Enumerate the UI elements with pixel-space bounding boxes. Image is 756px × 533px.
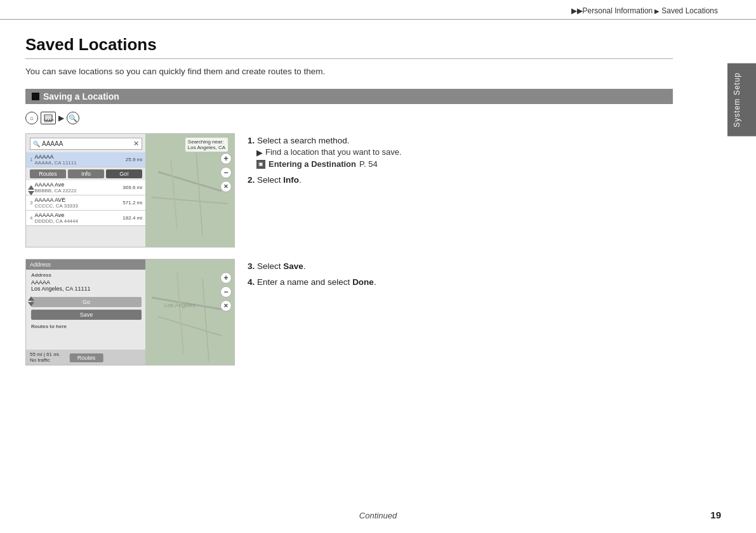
ss1-list-item-active: 1 AAAAAAAAAA, CA 11111 25.9 mi [26, 152, 146, 168]
step-1-sub: ▶ Find a location that you want to save. [256, 147, 673, 157]
ss2-name-value: AAAAA Los Angeles, CA 11111 [26, 279, 147, 294]
ss1-clear-icon: ✕ [133, 140, 139, 148]
ss1-zoom-out-btn[interactable]: − [220, 167, 232, 178]
map-icon: MAP [41, 112, 56, 124]
ss2-scroll-indicator [28, 296, 34, 306]
content-row-2: Address Address AAAAA Los Angeles, CA 11… [25, 259, 673, 365]
home-icon: ⌂ [25, 112, 38, 124]
ss1-left-panel: 🔍 AAAAA ✕ 1 AAAAAAAAAA, CA 11111 25.9 mi… [26, 134, 147, 247]
ss1-list-item-3: 3 AAAAA AVECCCCC, CA 33333 571.2 mi [26, 195, 146, 211]
ss2-left-panel: Address Address AAAAA Los Angeles, CA 11… [26, 260, 147, 365]
section-square-icon [32, 93, 39, 100]
screenshot-2-col: Address Address AAAAA Los Angeles, CA 11… [25, 259, 235, 365]
book-icon: ▣ [256, 160, 265, 169]
ss1-go-btn[interactable]: Go! [106, 169, 142, 178]
ss2-section-address: Address [26, 270, 147, 279]
map-label: MAP [44, 119, 54, 123]
ss2-go-btn[interactable]: Go [31, 297, 142, 307]
ss2-section-routes: Routes to here [26, 321, 147, 331]
ss1-info-btn[interactable]: Info [68, 169, 104, 178]
step-4: 4. Enter a name and select Done. [248, 277, 673, 287]
steps-list-1: 1. Select a search method. ▶ Find a loca… [248, 136, 673, 185]
section-header: Saving a Location [25, 89, 673, 104]
ss1-map-panel: Searching near: Los Angeles, CA + − ✕ [145, 134, 234, 247]
step-3: 3. Select Save. [248, 261, 673, 271]
ss1-scroll-indicator [28, 185, 34, 195]
ss2-map-controls: + − ✕ [220, 272, 232, 312]
svg-text:Los Angeles: Los Angeles [164, 302, 196, 308]
ss1-compass-btn[interactable]: ✕ [220, 181, 232, 192]
instructions-col-1: 1. Select a search method. ▶ Find a loca… [248, 133, 673, 190]
svg-line-9 [177, 272, 183, 355]
content-row-1: 🔍 AAAAA ✕ 1 AAAAAAAAAA, CA 11111 25.9 mi… [25, 133, 673, 247]
breadcrumb: ▶▶ Personal Information ▶ Saved Location… [0, 0, 756, 20]
screenshot-2: Address Address AAAAA Los Angeles, CA 11… [25, 259, 235, 365]
step-1: 1. Select a search method. ▶ Find a loca… [248, 136, 673, 169]
ss1-routes-btn[interactable]: Routes [30, 169, 66, 178]
step-1-ref: ▣ Entering a Destination P. 54 [256, 159, 673, 169]
sidebar-label: System Setup [727, 63, 756, 136]
ss2-header: Address [26, 260, 147, 270]
svg-line-5 [171, 159, 177, 229]
breadcrumb-part1: Personal Information [583, 6, 653, 15]
svg-line-4 [152, 197, 228, 204]
ss2-zoom-out-btn[interactable]: − [220, 286, 232, 298]
breadcrumb-arrow2: ▶ [654, 8, 660, 15]
svg-line-3 [158, 172, 222, 191]
ss1-search-text: AAAAA [42, 140, 131, 147]
svg-line-8 [158, 317, 222, 336]
svg-line-6 [196, 153, 202, 235]
svg-line-10 [202, 279, 209, 361]
ss2-compass-btn[interactable]: ✕ [220, 300, 232, 312]
breadcrumb-part2: Saved Locations [661, 6, 718, 15]
ss1-search-bar: 🔍 AAAAA ✕ [30, 138, 142, 150]
ss1-zoom-in-btn[interactable]: + [220, 153, 232, 164]
footer-continued: Continued [359, 511, 397, 520]
ss1-list-item-4: 4 AAAAA AveDDDDD, CA 44444 182.4 mi [26, 211, 146, 226]
ss2-footer: 55 mi | 61 mi. No traffic Routes [26, 350, 147, 365]
ss2-save-btn[interactable]: Save [31, 310, 142, 320]
screenshot-1: 🔍 AAAAA ✕ 1 AAAAAAAAAA, CA 11111 25.9 mi… [25, 133, 235, 247]
instructions-col-2: 3. Select Save. 4. Enter a name and sele… [248, 259, 673, 292]
nav-arrow1: ▶ [58, 114, 64, 122]
page-number: 19 [710, 510, 721, 520]
step-2: 2. Select Info. [248, 175, 673, 185]
screenshot-1-col: 🔍 AAAAA ✕ 1 AAAAAAAAAA, CA 11111 25.9 mi… [25, 133, 235, 247]
main-content: Saved Locations You can save locations s… [0, 20, 724, 392]
section-title: Saving a Location [43, 91, 119, 102]
page-footer: Continued [0, 511, 756, 520]
search-icon: 🔍 [67, 112, 79, 124]
page-title: Saved Locations [25, 35, 673, 55]
breadcrumb-arrows: ▶▶ [571, 6, 583, 15]
ss2-map-panel: Los Angeles + − ✕ [145, 260, 234, 365]
ss2-routes-btn[interactable]: Routes [70, 353, 103, 362]
ss1-map-controls: + − ✕ [220, 153, 232, 192]
page-intro: You can save locations so you can quickl… [25, 67, 673, 76]
ss2-zoom-in-btn[interactable]: + [220, 272, 232, 284]
ss1-list-item-2: 2 AAAAA AveBBBBB, CA 22222 369.6 mi [26, 180, 146, 195]
steps-list-2: 3. Select Save. 4. Enter a name and sele… [248, 261, 673, 287]
ss1-action-buttons: Routes Info Go! [26, 168, 146, 180]
title-divider [25, 58, 673, 59]
nav-icons-line: ⌂ MAP ▶ 🔍 [25, 112, 673, 124]
